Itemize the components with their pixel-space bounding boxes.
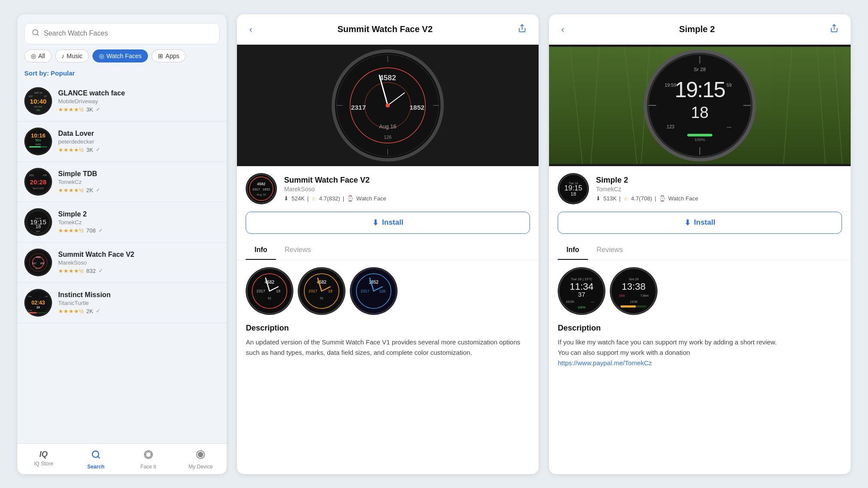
list-item-glance[interactable]: SAT 14 6:07 16° 10:40 136 3162 75% GLANC… <box>17 81 227 121</box>
right-tab-row: Info Reviews <box>549 241 851 260</box>
svg-text:100%: 100% <box>578 306 585 309</box>
right-desc-title: Description <box>558 324 842 333</box>
right-share-button[interactable] <box>826 22 842 36</box>
right-tab-reviews[interactable]: Reviews <box>588 241 631 260</box>
right-install-button[interactable]: ⬇ Install <box>558 212 842 234</box>
nav-item-mydevice[interactable]: My Device <box>174 444 227 474</box>
svg-text:100%: 100% <box>36 230 40 232</box>
item-thumb-simpletdb: 9201 4:58 20:28 Tue 2 | 13°C <box>24 168 52 196</box>
svg-text:52: 52 <box>268 297 272 300</box>
svg-text:4:58: 4:58 <box>43 174 46 176</box>
list-item-summit[interactable]: 4582 2317 1852 Aug 16 Summit Watch Face … <box>17 242 227 283</box>
svg-text:100%: 100% <box>694 137 705 142</box>
left-panel: ◎ All ♪ Music ◎ Watch Faces ⊞ Apps Sort … <box>17 14 227 474</box>
nav-item-iqstore[interactable]: IQ IQ Store <box>17 444 70 474</box>
list-items: SAT 14 6:07 16° 10:40 136 3162 75% GLANC… <box>17 81 227 443</box>
svg-text:10:16: 10:16 <box>31 132 46 138</box>
svg-line-48 <box>98 456 99 458</box>
svg-text:59: 59 <box>727 82 732 87</box>
right-install-down-icon: ⬇ <box>684 218 690 227</box>
svg-text:18: 18 <box>276 289 280 293</box>
faceit-icon <box>144 450 153 462</box>
right-tab-info[interactable]: Info <box>558 241 588 260</box>
apps-icon: ⊞ <box>158 52 163 59</box>
mid-back-button[interactable]: ‹ <box>246 23 256 36</box>
item-meta-simple2: ★★★★½ 708 ✓ <box>58 227 220 234</box>
mid-header: ‹ Summit Watch Face V2 <box>237 14 539 45</box>
mid-screenshots: 4582 2317 18 52 4582 2317 18 52 <box>246 267 530 315</box>
item-meta-datalover: ★★★★½ 3K ✓ <box>58 147 220 153</box>
item-info-glance: GLANCE watch face MobileDriveway ★★★★½ 3… <box>58 89 220 113</box>
svg-text:0.0m: 0.0m <box>28 295 32 297</box>
svg-point-50 <box>145 452 151 457</box>
mid-app-thumb: 4582 2317 1852 Aug 16 <box>246 173 277 204</box>
svg-text:75%: 75% <box>36 109 40 111</box>
svg-text:1852: 1852 <box>40 262 45 264</box>
svg-text:Sr 28: Sr 28 <box>694 66 706 72</box>
svg-text:10:40: 10:40 <box>30 97 46 105</box>
item-thumb-simple2: Tue 14 19:15 18 100% <box>24 208 52 236</box>
svg-text:126: 126 <box>384 134 392 140</box>
mid-tab-info[interactable]: Info <box>246 241 276 260</box>
mid-install-button[interactable]: ⬇ Install <box>246 212 530 234</box>
right-app-author: TomekCz <box>596 186 842 193</box>
item-thumb-summit: 4582 2317 1852 Aug 16 <box>24 249 52 276</box>
mid-tab-reviews[interactable]: Reviews <box>276 241 319 260</box>
svg-text:4582: 4582 <box>380 73 397 82</box>
filter-tab-apps[interactable]: ⊞ Apps <box>151 49 186 62</box>
mid-title: Summit Watch Face V2 <box>338 24 433 34</box>
mid-panel: ‹ Summit Watch Face V2 4582 2317 <box>237 14 539 474</box>
svg-text:Sun 29: Sun 29 <box>629 278 638 281</box>
svg-text:4582: 4582 <box>257 182 266 186</box>
search-icon <box>32 29 39 39</box>
svg-text:37: 37 <box>578 291 585 298</box>
right-desc-text: If you like my watch face you can suppor… <box>558 337 842 368</box>
svg-text:—: — <box>727 124 732 129</box>
right-header: ‹ Simple 2 <box>549 14 851 45</box>
right-back-button[interactable]: ‹ <box>558 23 568 36</box>
mid-share-button[interactable] <box>514 22 530 36</box>
svg-text:DATA: DATA <box>36 144 41 146</box>
mid-app-stats: ⬇ 524K | ☆ 4.7(832) | ⌚ Watch Face <box>284 195 530 202</box>
list-item-simple2[interactable]: Tue 14 19:15 18 100% Simple 2 TomekCz ★★… <box>17 202 227 242</box>
svg-point-75 <box>247 174 276 203</box>
svg-text:9201: 9201 <box>30 174 34 176</box>
svg-text:SAT 14: SAT 14 <box>34 92 42 94</box>
svg-text:162: 162 <box>45 295 48 297</box>
svg-line-1 <box>37 34 38 35</box>
svg-text:2317: 2317 <box>361 289 369 293</box>
search-input[interactable] <box>44 29 212 37</box>
nav-item-search[interactable]: Search <box>70 444 122 474</box>
svg-text:18: 18 <box>328 289 332 293</box>
svg-text:20:28: 20:28 <box>30 178 46 185</box>
filter-tab-watchfaces[interactable]: ◎ Watch Faces <box>92 49 148 62</box>
item-info-summit: Summit Watch Face V2 MarekSoso ★★★★½ 832… <box>58 251 220 274</box>
verified-icon: ✓ <box>96 106 100 112</box>
mid-screenshot-1: 4582 2317 18 52 <box>246 267 293 315</box>
item-meta-glance: ★★★★½ 3K ✓ <box>58 106 220 113</box>
filter-tab-music[interactable]: ♪ Music <box>55 49 89 62</box>
mid-app-title: Summit Watch Face V2 <box>284 176 530 185</box>
item-meta-summit: ★★★★½ 832 ✓ <box>58 268 220 274</box>
filter-tab-all[interactable]: ◎ All <box>24 49 52 62</box>
search-bar[interactable] <box>24 23 220 44</box>
item-thumb-instinct: 0.0m 162 02:43 24 07:05 --- <box>24 289 52 317</box>
svg-text:13:38: 13:38 <box>622 281 646 292</box>
nav-item-faceit[interactable]: Face it <box>122 444 174 474</box>
mid-hero-image: 4582 2317 1852 Aug 16 126 <box>237 45 539 166</box>
svg-rect-127 <box>687 134 713 136</box>
list-item-instinct[interactable]: 0.0m 162 02:43 24 07:05 --- Instinct Mis… <box>17 283 227 323</box>
right-screenshot-1: Tue 26 | 15°C 11:34 37 18150 — 100% <box>558 267 605 315</box>
mid-screenshot-3: 1852 2317 126 <box>350 267 398 315</box>
list-item-simpletdb[interactable]: 9201 4:58 20:28 Tue 2 | 13°C Simple TDB … <box>17 162 227 202</box>
bottom-nav: IQ IQ Store Search Face it My Device <box>17 443 227 474</box>
right-app-title: Simple 2 <box>596 176 842 185</box>
item-thumb-datalover: 10:16 56% DATA <box>24 128 52 155</box>
mid-tab-row: Info Reviews <box>237 241 539 260</box>
mid-app-author: MarekSoso <box>284 186 530 193</box>
right-desc-link[interactable]: https://www.paypal.me/TomekCz <box>558 359 652 367</box>
item-info-simple2: Simple 2 TomekCz ★★★★½ 708 ✓ <box>58 210 220 234</box>
item-meta-instinct: ★★★★½ 2K ✓ <box>58 308 220 314</box>
list-item-datalover[interactable]: 10:16 56% DATA Data Lover peterdedecker … <box>17 121 227 162</box>
mid-desc-title: Description <box>246 324 530 333</box>
